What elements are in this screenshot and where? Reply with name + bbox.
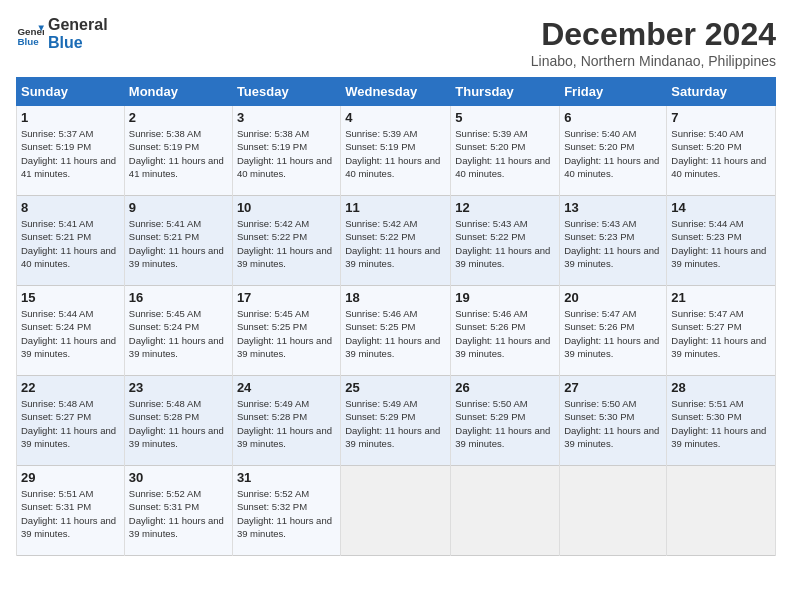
logo-icon: General Blue <box>16 20 44 48</box>
calendar-cell: 10Sunrise: 5:42 AMSunset: 5:22 PMDayligh… <box>232 196 340 286</box>
day-info: Sunrise: 5:48 AMSunset: 5:27 PMDaylight:… <box>21 397 120 450</box>
calendar-week-row: 22Sunrise: 5:48 AMSunset: 5:27 PMDayligh… <box>17 376 776 466</box>
calendar-cell <box>560 466 667 556</box>
day-number: 30 <box>129 470 228 485</box>
day-number: 3 <box>237 110 336 125</box>
day-info: Sunrise: 5:46 AMSunset: 5:25 PMDaylight:… <box>345 307 446 360</box>
calendar-cell: 7Sunrise: 5:40 AMSunset: 5:20 PMDaylight… <box>667 106 776 196</box>
day-info: Sunrise: 5:49 AMSunset: 5:29 PMDaylight:… <box>345 397 446 450</box>
weekday-header: Thursday <box>451 78 560 106</box>
calendar-cell: 8Sunrise: 5:41 AMSunset: 5:21 PMDaylight… <box>17 196 125 286</box>
day-info: Sunrise: 5:44 AMSunset: 5:23 PMDaylight:… <box>671 217 771 270</box>
day-info: Sunrise: 5:39 AMSunset: 5:20 PMDaylight:… <box>455 127 555 180</box>
calendar-cell <box>341 466 451 556</box>
day-number: 25 <box>345 380 446 395</box>
day-info: Sunrise: 5:40 AMSunset: 5:20 PMDaylight:… <box>671 127 771 180</box>
calendar-cell: 23Sunrise: 5:48 AMSunset: 5:28 PMDayligh… <box>124 376 232 466</box>
calendar-cell: 25Sunrise: 5:49 AMSunset: 5:29 PMDayligh… <box>341 376 451 466</box>
calendar-cell: 24Sunrise: 5:49 AMSunset: 5:28 PMDayligh… <box>232 376 340 466</box>
day-info: Sunrise: 5:45 AMSunset: 5:25 PMDaylight:… <box>237 307 336 360</box>
day-number: 4 <box>345 110 446 125</box>
calendar-cell: 12Sunrise: 5:43 AMSunset: 5:22 PMDayligh… <box>451 196 560 286</box>
calendar-cell: 2Sunrise: 5:38 AMSunset: 5:19 PMDaylight… <box>124 106 232 196</box>
day-number: 5 <box>455 110 555 125</box>
day-info: Sunrise: 5:44 AMSunset: 5:24 PMDaylight:… <box>21 307 120 360</box>
day-info: Sunrise: 5:49 AMSunset: 5:28 PMDaylight:… <box>237 397 336 450</box>
day-info: Sunrise: 5:41 AMSunset: 5:21 PMDaylight:… <box>21 217 120 270</box>
day-number: 8 <box>21 200 120 215</box>
calendar-cell: 15Sunrise: 5:44 AMSunset: 5:24 PMDayligh… <box>17 286 125 376</box>
day-number: 29 <box>21 470 120 485</box>
calendar-cell: 21Sunrise: 5:47 AMSunset: 5:27 PMDayligh… <box>667 286 776 376</box>
day-number: 2 <box>129 110 228 125</box>
calendar-cell: 30Sunrise: 5:52 AMSunset: 5:31 PMDayligh… <box>124 466 232 556</box>
calendar-cell: 16Sunrise: 5:45 AMSunset: 5:24 PMDayligh… <box>124 286 232 376</box>
day-number: 17 <box>237 290 336 305</box>
page-header: General Blue General Blue December 2024 … <box>16 16 776 69</box>
calendar-cell: 28Sunrise: 5:51 AMSunset: 5:30 PMDayligh… <box>667 376 776 466</box>
day-info: Sunrise: 5:51 AMSunset: 5:30 PMDaylight:… <box>671 397 771 450</box>
calendar-cell: 18Sunrise: 5:46 AMSunset: 5:25 PMDayligh… <box>341 286 451 376</box>
calendar-cell: 26Sunrise: 5:50 AMSunset: 5:29 PMDayligh… <box>451 376 560 466</box>
day-info: Sunrise: 5:46 AMSunset: 5:26 PMDaylight:… <box>455 307 555 360</box>
day-info: Sunrise: 5:50 AMSunset: 5:29 PMDaylight:… <box>455 397 555 450</box>
day-number: 14 <box>671 200 771 215</box>
day-info: Sunrise: 5:43 AMSunset: 5:23 PMDaylight:… <box>564 217 662 270</box>
calendar-cell: 14Sunrise: 5:44 AMSunset: 5:23 PMDayligh… <box>667 196 776 286</box>
day-info: Sunrise: 5:41 AMSunset: 5:21 PMDaylight:… <box>129 217 228 270</box>
day-number: 9 <box>129 200 228 215</box>
title-area: December 2024 Linabo, Northern Mindanao,… <box>531 16 776 69</box>
day-info: Sunrise: 5:52 AMSunset: 5:31 PMDaylight:… <box>129 487 228 540</box>
day-number: 19 <box>455 290 555 305</box>
day-info: Sunrise: 5:42 AMSunset: 5:22 PMDaylight:… <box>237 217 336 270</box>
day-number: 28 <box>671 380 771 395</box>
day-info: Sunrise: 5:50 AMSunset: 5:30 PMDaylight:… <box>564 397 662 450</box>
day-info: Sunrise: 5:42 AMSunset: 5:22 PMDaylight:… <box>345 217 446 270</box>
day-number: 7 <box>671 110 771 125</box>
weekday-header-row: SundayMondayTuesdayWednesdayThursdayFrid… <box>17 78 776 106</box>
day-number: 21 <box>671 290 771 305</box>
calendar-cell: 20Sunrise: 5:47 AMSunset: 5:26 PMDayligh… <box>560 286 667 376</box>
calendar-cell: 11Sunrise: 5:42 AMSunset: 5:22 PMDayligh… <box>341 196 451 286</box>
calendar-cell: 5Sunrise: 5:39 AMSunset: 5:20 PMDaylight… <box>451 106 560 196</box>
weekday-header: Tuesday <box>232 78 340 106</box>
logo: General Blue General Blue <box>16 16 108 51</box>
calendar-cell: 19Sunrise: 5:46 AMSunset: 5:26 PMDayligh… <box>451 286 560 376</box>
calendar-cell: 13Sunrise: 5:43 AMSunset: 5:23 PMDayligh… <box>560 196 667 286</box>
calendar-cell: 4Sunrise: 5:39 AMSunset: 5:19 PMDaylight… <box>341 106 451 196</box>
calendar-week-row: 29Sunrise: 5:51 AMSunset: 5:31 PMDayligh… <box>17 466 776 556</box>
weekday-header: Sunday <box>17 78 125 106</box>
month-title: December 2024 <box>531 16 776 53</box>
day-info: Sunrise: 5:40 AMSunset: 5:20 PMDaylight:… <box>564 127 662 180</box>
calendar-cell <box>451 466 560 556</box>
day-number: 18 <box>345 290 446 305</box>
calendar-week-row: 15Sunrise: 5:44 AMSunset: 5:24 PMDayligh… <box>17 286 776 376</box>
day-info: Sunrise: 5:52 AMSunset: 5:32 PMDaylight:… <box>237 487 336 540</box>
day-info: Sunrise: 5:47 AMSunset: 5:26 PMDaylight:… <box>564 307 662 360</box>
weekday-header: Wednesday <box>341 78 451 106</box>
day-info: Sunrise: 5:48 AMSunset: 5:28 PMDaylight:… <box>129 397 228 450</box>
calendar-cell: 17Sunrise: 5:45 AMSunset: 5:25 PMDayligh… <box>232 286 340 376</box>
svg-text:Blue: Blue <box>17 36 39 47</box>
calendar-week-row: 1Sunrise: 5:37 AMSunset: 5:19 PMDaylight… <box>17 106 776 196</box>
day-number: 24 <box>237 380 336 395</box>
weekday-header: Friday <box>560 78 667 106</box>
day-number: 22 <box>21 380 120 395</box>
calendar-cell: 9Sunrise: 5:41 AMSunset: 5:21 PMDaylight… <box>124 196 232 286</box>
day-number: 12 <box>455 200 555 215</box>
day-number: 6 <box>564 110 662 125</box>
location-title: Linabo, Northern Mindanao, Philippines <box>531 53 776 69</box>
calendar-cell <box>667 466 776 556</box>
calendar-table: SundayMondayTuesdayWednesdayThursdayFrid… <box>16 77 776 556</box>
calendar-cell: 27Sunrise: 5:50 AMSunset: 5:30 PMDayligh… <box>560 376 667 466</box>
day-number: 20 <box>564 290 662 305</box>
weekday-header: Saturday <box>667 78 776 106</box>
day-number: 23 <box>129 380 228 395</box>
calendar-week-row: 8Sunrise: 5:41 AMSunset: 5:21 PMDaylight… <box>17 196 776 286</box>
day-info: Sunrise: 5:45 AMSunset: 5:24 PMDaylight:… <box>129 307 228 360</box>
day-info: Sunrise: 5:37 AMSunset: 5:19 PMDaylight:… <box>21 127 120 180</box>
day-number: 10 <box>237 200 336 215</box>
logo-text: General Blue <box>48 16 108 51</box>
day-number: 16 <box>129 290 228 305</box>
calendar-cell: 29Sunrise: 5:51 AMSunset: 5:31 PMDayligh… <box>17 466 125 556</box>
